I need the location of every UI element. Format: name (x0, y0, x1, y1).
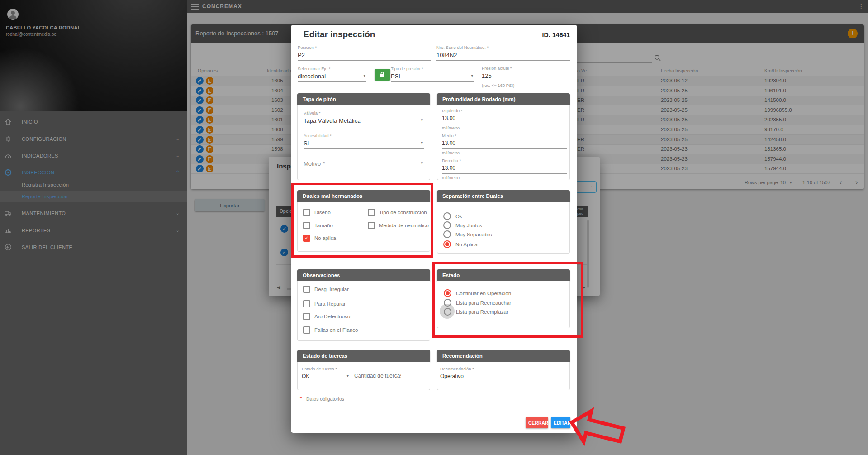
required-star: * (300, 396, 302, 401)
checkbox-icon (303, 326, 310, 334)
chec kbox-para-reparar[interactable]: Para Reparar (303, 300, 346, 307)
annotation-rect-estado (432, 262, 583, 338)
field-accesibilidad[interactable]: Accesibilidad * SI▾ (304, 133, 424, 149)
field-derecho[interactable]: Derecho * 13.00 milímetro (442, 158, 567, 180)
checkbox-fallas-flanco[interactable]: Fallas en el Flanco (303, 326, 358, 334)
field-recomendacion[interactable]: Recomendación * Operativo (440, 366, 567, 382)
section-header-separacion: Separación entre Duales (437, 190, 570, 202)
chevron-down-icon: ▾ (421, 161, 423, 165)
radio-selected-icon (443, 240, 451, 248)
modal-title: Editar inspección (304, 29, 375, 39)
radio-icon (443, 221, 451, 229)
chevron-down-icon: ▾ (363, 73, 365, 78)
cantidad-tuercas-input[interactable] (354, 372, 401, 381)
annotation-arrow (568, 402, 631, 452)
section-header-observaciones: Observaciones (297, 269, 430, 281)
annotation-rect-duales (291, 183, 433, 258)
chevron-down-icon: ▾ (421, 140, 423, 145)
field-helper: (rec. <= 160 PSI) (482, 83, 570, 88)
required-note: Datos obligatorios (306, 396, 344, 402)
chevron-down-icon: ▾ (471, 73, 473, 78)
checkbox-icon (303, 300, 310, 307)
field-medio[interactable]: Medio * 13.00 milímetro (442, 133, 567, 155)
field-presion-actual[interactable]: Presión actual * 125 (rec. <= 160 PSI) (482, 66, 570, 88)
checkbox-icon (303, 286, 310, 293)
radio-muy-separados[interactable]: Muy Separados (443, 230, 492, 238)
field-posicion[interactable]: Posicion * P2 (298, 45, 431, 61)
radio-icon (443, 230, 451, 238)
checkbox-icon (303, 313, 310, 320)
checkbox-aro-defectuoso[interactable]: Aro Defectuoso (303, 312, 350, 320)
section-header-recomendacion: Recomendación (437, 350, 570, 362)
radio-icon (443, 212, 451, 220)
chevron-down-icon: ▾ (346, 374, 349, 378)
field-motivo[interactable]: Motivo *▾ (304, 159, 424, 169)
lock-button[interactable] (375, 69, 390, 81)
field-valvula[interactable]: Válvula * Tapa Válvula Metálica▾ (304, 110, 424, 126)
radio-no-aplica[interactable]: No Aplica (443, 240, 478, 248)
field-izquierdo[interactable]: Izquierdo * 13.00 milímetro (442, 108, 567, 130)
radio-ok[interactable]: Ok (443, 212, 462, 220)
editar-button[interactable]: EDITAR (551, 417, 570, 428)
field-tipo-presion[interactable]: Tipo de presión * PSI▾ (391, 66, 474, 82)
section-header-tapa: Tapa de pitón (297, 93, 430, 105)
app-root: CABELLO YACOLCA RODNAL rodnal@contentmed… (0, 0, 868, 455)
field-serie[interactable]: Nro. Serie del Neumático: * 1084N2 (436, 45, 570, 61)
chevron-down-icon: ▾ (421, 118, 423, 122)
radio-muy-juntos[interactable]: Muy Juntos (443, 221, 482, 229)
checkbox-desg-irregular[interactable]: Desg. Irregular (303, 285, 349, 293)
inspection-id: ID: 14641 (542, 31, 570, 38)
field-estado-tuerca[interactable]: Estado de tuerca * OK▾ (302, 366, 350, 382)
cerrar-button[interactable]: CERRAR (526, 417, 548, 428)
section-header-profundidad: Profundidad de Rodado (mm) (437, 93, 570, 105)
section-header-tuercas: Estado de tuercas (297, 350, 430, 362)
field-eje[interactable]: Seleccionar Eje * direccional▾ (298, 66, 366, 82)
